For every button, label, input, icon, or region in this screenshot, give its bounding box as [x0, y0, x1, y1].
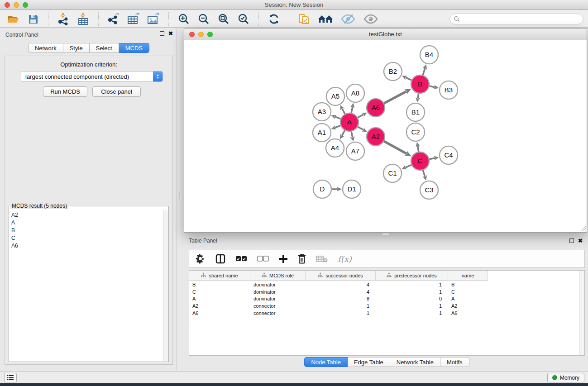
graph-edge[interactable]: [406, 77, 412, 80]
hide-graphics-details-button[interactable]: [340, 12, 356, 26]
toolbar-separator: [289, 12, 289, 26]
table-row[interactable]: Cdominator41C: [189, 288, 584, 295]
close-panel-button[interactable]: Close panel: [92, 86, 141, 97]
home-button[interactable]: [317, 12, 334, 26]
graph-node-label: C4: [444, 151, 453, 159]
export-image-button[interactable]: [147, 12, 160, 26]
table-cell: dominator: [250, 282, 306, 287]
import-network-button[interactable]: [57, 12, 70, 26]
search-input[interactable]: [462, 16, 579, 22]
optimization-criterion-dropdown[interactable]: largest connected component (directed) ▲…: [21, 71, 163, 82]
resize-grip-icon[interactable]: [579, 225, 586, 232]
tab-mcds[interactable]: MCDS: [119, 43, 149, 53]
save-session-button[interactable]: [26, 12, 40, 26]
share-session-button[interactable]: [297, 12, 311, 26]
table-row[interactable]: A6connector11A6: [189, 310, 584, 317]
graph-edge[interactable]: [418, 146, 419, 152]
show-columns-button[interactable]: [215, 253, 225, 265]
mcds-result-item[interactable]: A: [10, 219, 163, 226]
memory-button[interactable]: Memory: [547, 373, 584, 382]
select-all-rows-button[interactable]: [235, 253, 247, 265]
graph-node-label: C1: [388, 169, 397, 177]
graph-edge[interactable]: [405, 165, 411, 167]
zoom-in-button[interactable]: [177, 12, 191, 26]
export-network-button[interactable]: [107, 12, 120, 26]
run-mcds-button[interactable]: Run MCDS: [43, 86, 87, 97]
mcds-result-item[interactable]: A2: [10, 211, 163, 219]
network-canvas[interactable]: B4B2BB3A5A8A6A3B1AA1C2A2A4A7C4CC1C3DD1: [184, 41, 587, 232]
graph-edge[interactable]: [342, 109, 345, 114]
table-cell: A: [189, 296, 250, 301]
table-tab-motifs[interactable]: Motifs: [440, 357, 469, 367]
import-table-icon: [77, 13, 89, 25]
graph-edge[interactable]: [351, 107, 353, 113]
column-header-predecessor-nodes[interactable]: predecessor nodes: [376, 271, 448, 280]
graph-edge[interactable]: [335, 117, 341, 119]
close-table-panel-icon[interactable]: ✖: [578, 238, 583, 243]
tab-network[interactable]: Network: [28, 43, 63, 53]
graph-edge[interactable]: [429, 86, 435, 87]
float-table-panel-icon[interactable]: [569, 238, 574, 243]
horizontal-split-handle[interactable]: [382, 233, 389, 235]
mcds-result-item[interactable]: C: [10, 234, 163, 242]
deselect-all-rows-button[interactable]: [257, 253, 269, 265]
trash-icon: [298, 254, 306, 264]
network-window-titlebar[interactable]: testGlobe.txt: [184, 29, 587, 40]
column-header-successor-nodes[interactable]: successor nodes: [306, 271, 376, 280]
table-panel-tabs: Node TableEdge TableNetwork TableMotifs: [189, 357, 585, 367]
search-field[interactable]: [449, 14, 583, 24]
table-scrollbar[interactable]: [579, 271, 584, 355]
graph-node-label: B4: [425, 51, 433, 58]
export-table-button[interactable]: [127, 12, 140, 26]
graph-edge[interactable]: [423, 170, 425, 176]
column-header-MCDS-role[interactable]: MCDS role: [250, 271, 306, 280]
graph-edge[interactable]: [423, 68, 425, 76]
table-cell: 1: [376, 289, 448, 295]
zoom-fit-button[interactable]: [217, 12, 230, 26]
tab-select[interactable]: Select: [90, 43, 119, 53]
delete-column-button[interactable]: [298, 253, 306, 265]
graph-node-label: A6: [372, 104, 380, 111]
graph-node-label: A3: [318, 108, 326, 115]
graph-node-label: C3: [425, 186, 433, 194]
refresh-view-button[interactable]: [267, 12, 281, 26]
table-settings-button[interactable]: [196, 253, 206, 265]
control-panel: Control Panel ✖ NetworkStyleSelectMCDS O…: [1, 28, 177, 370]
tab-style[interactable]: Style: [63, 43, 90, 53]
zoom-selected-button[interactable]: [237, 12, 250, 26]
control-panel-header: Control Panel ✖: [1, 28, 177, 40]
status-bar: Memory: [0, 371, 588, 383]
import-table-button[interactable]: [76, 12, 90, 26]
table-tab-node-table[interactable]: Node Table: [304, 357, 348, 367]
graph-edge[interactable]: [429, 158, 435, 159]
close-panel-icon[interactable]: ✖: [168, 31, 173, 36]
graph-edge[interactable]: [351, 131, 353, 138]
plus-icon: [279, 254, 288, 263]
graph-edge[interactable]: [418, 93, 419, 99]
mcds-result-item[interactable]: B: [10, 226, 163, 234]
create-column-button[interactable]: [279, 253, 288, 265]
float-panel-icon[interactable]: [160, 31, 164, 36]
mcds-result-list[interactable]: A2ABCA6: [10, 211, 163, 361]
table-row[interactable]: Adominator80A: [189, 295, 584, 303]
column-header-shared-name[interactable]: shared name: [189, 271, 250, 280]
table-row[interactable]: A2connector11A2: [189, 302, 584, 310]
graph-edge[interactable]: [358, 114, 363, 118]
zoom-out-button[interactable]: [197, 12, 210, 26]
graph-edge[interactable]: [335, 125, 341, 128]
mcds-result-item[interactable]: A6: [10, 242, 163, 250]
graph-edge[interactable]: [384, 91, 406, 104]
open-session-button[interactable]: [6, 12, 20, 26]
vertical-split-handle[interactable]: [179, 192, 182, 199]
graph-edge[interactable]: [384, 141, 407, 154]
column-header-name[interactable]: name: [448, 271, 488, 280]
graph-edge[interactable]: [342, 130, 345, 136]
graph-edge[interactable]: [358, 127, 363, 130]
table-tab-network-table[interactable]: Network Table: [390, 357, 440, 367]
show-graphics-details-button[interactable]: [363, 12, 379, 26]
table-row[interactable]: Bdominator41B: [189, 281, 584, 288]
table-tab-edge-table[interactable]: Edge Table: [348, 357, 390, 367]
task-history-button[interactable]: [4, 373, 17, 382]
mcds-result-scrollbar[interactable]: [163, 210, 168, 361]
table-cell: 1: [376, 282, 448, 287]
